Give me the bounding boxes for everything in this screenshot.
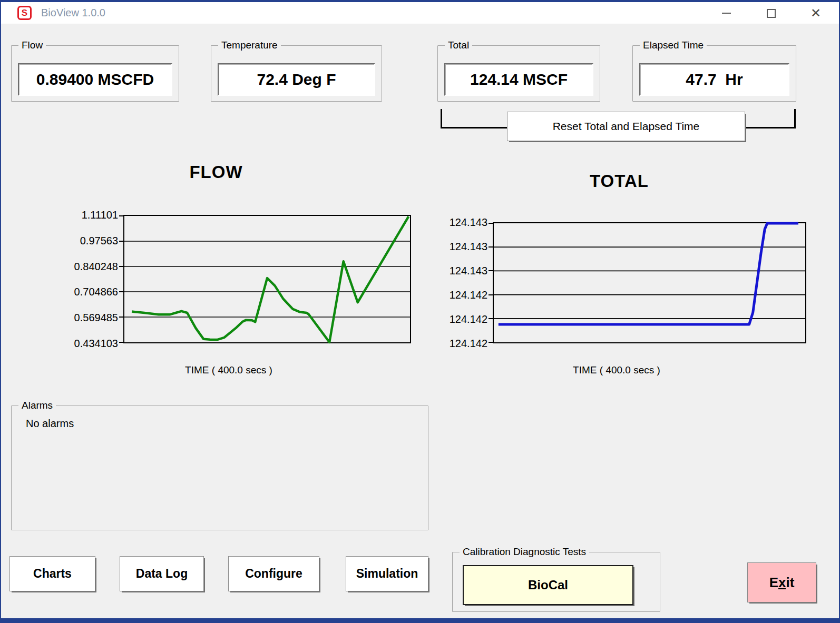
reset-bracket-right-vertical [794, 109, 796, 128]
reset-bracket-left-vertical [441, 109, 442, 128]
total-chart-x-axis-caption: TIME ( 400.0 secs ) [458, 364, 775, 376]
minimize-icon [722, 13, 731, 14]
y-tick-mark [489, 294, 493, 295]
biocal-button[interactable]: BioCal [463, 565, 633, 605]
calibration-group-label: Calibration Diagnostic Tests [460, 546, 589, 558]
window-title: BioView 1.0.0 [41, 7, 105, 19]
flow-groupbox: Flow 0.89400 MSCFD [11, 45, 179, 102]
alarms-group-label: Alarms [18, 400, 56, 411]
flow-group-label: Flow [18, 39, 46, 51]
flow-value-display: 0.89400 MSCFD [18, 63, 172, 96]
y-tick-mark [489, 223, 493, 224]
flow-chart-title: FLOW [158, 162, 274, 182]
elapsed-time-value-display: 47.7 Hr [639, 63, 789, 96]
window-left-border [0, 0, 1, 623]
y-tick-mark [119, 215, 124, 216]
titlebar: S BioView 1.0.0 ✕ [1, 2, 839, 24]
exit-button[interactable]: Exit [747, 562, 816, 602]
y-tick-label: 1.11101 [82, 209, 118, 221]
y-tick-label: 124.142 [450, 338, 487, 350]
exit-button-label: Exit [769, 575, 795, 591]
temperature-group-label: Temperature [218, 39, 281, 51]
close-button[interactable]: ✕ [804, 2, 828, 24]
maximize-icon [767, 9, 776, 18]
y-tick-mark [489, 342, 493, 343]
flow-chart-plot-area [123, 215, 411, 343]
maximize-button[interactable] [759, 2, 783, 24]
y-tick-label: 0.704866 [74, 286, 118, 298]
total-value-display: 124.14 MSCF [444, 63, 593, 96]
window-bottom-border [0, 618, 840, 623]
y-tick-label: 0.569485 [74, 312, 118, 324]
temperature-groupbox: Temperature 72.4 Deg F [211, 45, 382, 102]
temperature-value-display: 72.4 Deg F [218, 63, 375, 96]
y-tick-mark [119, 291, 124, 292]
reset-total-elapsed-button[interactable]: Reset Total and Elapsed Time [507, 112, 745, 141]
total-chart-title: TOTAL [561, 171, 677, 191]
y-tick-mark [119, 342, 124, 343]
y-tick-label: 124.143 [450, 265, 487, 277]
reset-bracket-left-horizontal [441, 127, 508, 128]
alarms-status-text: No alarms [26, 418, 74, 430]
flow-chart-x-axis-caption: TIME ( 400.0 secs ) [71, 364, 387, 376]
total-groupbox: Total 124.14 MSCF [437, 45, 600, 102]
y-tick-label: 124.143 [450, 216, 487, 229]
bioview-window: S BioView 1.0.0 ✕ Flow 0.89400 MSCFD Tem… [0, 0, 840, 623]
y-tick-mark [119, 266, 124, 267]
y-tick-mark [119, 241, 124, 242]
total-chart: TOTAL 124.143124.143124.143124.142124.14… [432, 158, 814, 384]
elapsed-time-group-label: Elapsed Time [640, 39, 707, 51]
simulation-button[interactable]: Simulation [346, 556, 428, 591]
app-logo-icon: S [17, 6, 32, 20]
charts-button[interactable]: Charts [9, 556, 95, 591]
y-tick-mark [119, 317, 124, 318]
data-log-button[interactable]: Data Log [120, 556, 204, 591]
y-tick-label: 0.97563 [80, 234, 118, 246]
configure-button[interactable]: Configure [228, 556, 319, 591]
minimize-button[interactable] [714, 2, 738, 24]
total-group-label: Total [445, 39, 472, 51]
y-tick-label: 124.142 [450, 313, 487, 325]
close-icon: ✕ [810, 7, 821, 19]
flow-chart-y-axis-labels: 1.111010.975630.8402480.7048660.5694850.… [63, 215, 123, 343]
elapsed-time-groupbox: Elapsed Time 47.7 Hr [632, 45, 796, 102]
y-tick-label: 124.142 [450, 289, 487, 301]
y-tick-label: 0.840248 [74, 260, 118, 272]
total-chart-plot-area [493, 222, 806, 343]
y-tick-mark [489, 318, 493, 319]
y-tick-label: 124.143 [450, 241, 487, 253]
y-tick-label: 0.434103 [74, 338, 118, 350]
calibration-groupbox: Calibration Diagnostic Tests BioCal [452, 552, 660, 612]
y-tick-mark [489, 246, 493, 248]
alarms-groupbox: Alarms No alarms [11, 406, 428, 530]
y-tick-mark [489, 270, 493, 271]
reset-bracket-right-horizontal [744, 127, 796, 128]
total-chart-y-axis-labels: 124.143124.143124.143124.142124.142124.1… [432, 222, 493, 343]
flow-chart: FLOW 1.111010.975630.8402480.7048660.569… [63, 158, 414, 384]
window-top-border [0, 0, 840, 2]
